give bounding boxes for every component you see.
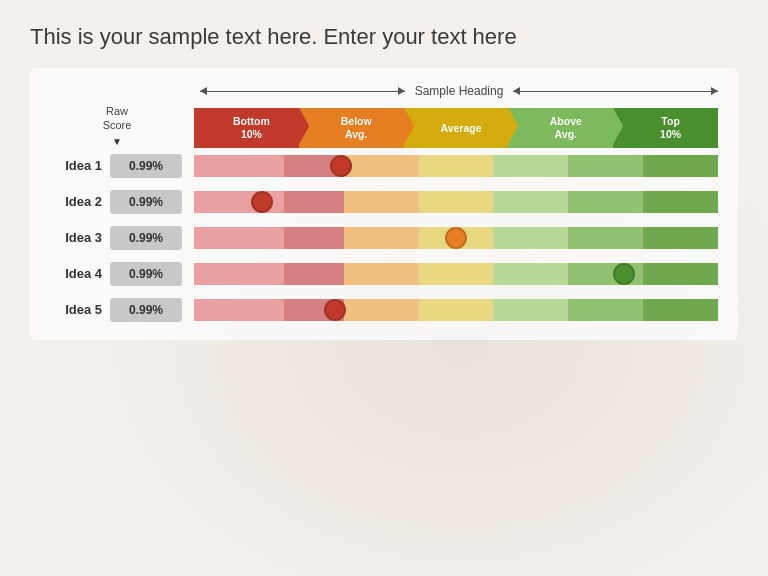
bar-container (194, 188, 718, 216)
cat-below-avg: BelowAvg. (299, 108, 404, 147)
seg-r2 (284, 263, 344, 285)
seg-g1 (493, 155, 568, 177)
seg-g3 (643, 299, 718, 321)
cat-above-avg: AboveAvg. (508, 108, 613, 147)
row-label: Idea 2 (40, 194, 110, 209)
categories-row: Bottom10% BelowAvg. Average AboveAvg. To… (194, 108, 718, 147)
bar-container (194, 296, 718, 324)
chart-area: Sample Heading Raw Score ▼ Bottom10% Bel… (30, 68, 738, 340)
seg-r2 (284, 191, 344, 213)
raw-label1: Raw (106, 104, 128, 118)
indicator (445, 227, 467, 249)
bar-segments (194, 155, 718, 177)
row-score: 0.99% (110, 154, 182, 178)
row-score: 0.99% (110, 298, 182, 322)
seg-g2 (568, 227, 643, 249)
seg-g3 (643, 191, 718, 213)
indicator (251, 191, 273, 213)
cat-top10: Top10% (613, 108, 718, 147)
seg-g1 (493, 191, 568, 213)
seg-g1 (493, 227, 568, 249)
row-score: 0.99% (110, 226, 182, 250)
bar-container (194, 152, 718, 180)
page-title: This is your sample text here. Enter you… (30, 24, 738, 50)
table-row: Idea 2 0.99% (40, 188, 718, 216)
table-row: Idea 1 0.99% (40, 152, 718, 180)
seg-g1 (493, 299, 568, 321)
seg-g1 (493, 263, 568, 285)
data-rows: Idea 1 0.99% Idea 2 (40, 152, 718, 324)
row-score: 0.99% (110, 190, 182, 214)
row-score: 0.99% (110, 262, 182, 286)
row-label: Idea 3 (40, 230, 110, 245)
arrow-line-left (200, 91, 405, 92)
raw-score-arrow: ▼ (112, 135, 122, 148)
bar-container (194, 260, 718, 288)
bar-container (194, 224, 718, 252)
seg-y1 (419, 263, 494, 285)
seg-r1 (194, 227, 284, 249)
bar-segments (194, 299, 718, 321)
seg-r1 (194, 155, 284, 177)
indicator (324, 299, 346, 321)
seg-o1 (344, 155, 419, 177)
seg-o1 (344, 263, 419, 285)
seg-g3 (643, 155, 718, 177)
seg-g2 (568, 191, 643, 213)
seg-g2 (568, 299, 643, 321)
seg-g3 (643, 263, 718, 285)
seg-r1 (194, 263, 284, 285)
seg-y1 (419, 155, 494, 177)
sample-heading-row: Sample Heading (200, 84, 718, 98)
seg-r1 (194, 299, 284, 321)
seg-y1 (419, 299, 494, 321)
seg-o1 (344, 227, 419, 249)
sample-heading-label: Sample Heading (405, 84, 514, 98)
seg-g2 (568, 155, 643, 177)
row-label: Idea 4 (40, 266, 110, 281)
raw-score-header: Raw Score ▼ (77, 104, 157, 148)
seg-o1 (344, 191, 419, 213)
cat-bottom10: Bottom10% (194, 108, 299, 147)
seg-g3 (643, 227, 718, 249)
table-row: Idea 5 0.99% (40, 296, 718, 324)
indicator (330, 155, 352, 177)
seg-o1 (344, 299, 419, 321)
cat-average: Average (404, 108, 509, 147)
main-content: This is your sample text here. Enter you… (0, 0, 768, 360)
indicator (613, 263, 635, 285)
row-label: Idea 1 (40, 158, 110, 173)
arrow-line-right (513, 91, 718, 92)
bar-segments (194, 263, 718, 285)
raw-label2: Score (103, 118, 132, 132)
header-row: Raw Score ▼ Bottom10% BelowAvg. Average … (40, 104, 718, 148)
row-label: Idea 5 (40, 302, 110, 317)
table-row: Idea 4 0.99% (40, 260, 718, 288)
seg-y1 (419, 191, 494, 213)
seg-r2 (284, 227, 344, 249)
raw-score-header-area: Raw Score ▼ (40, 104, 194, 148)
table-row: Idea 3 0.99% (40, 224, 718, 252)
